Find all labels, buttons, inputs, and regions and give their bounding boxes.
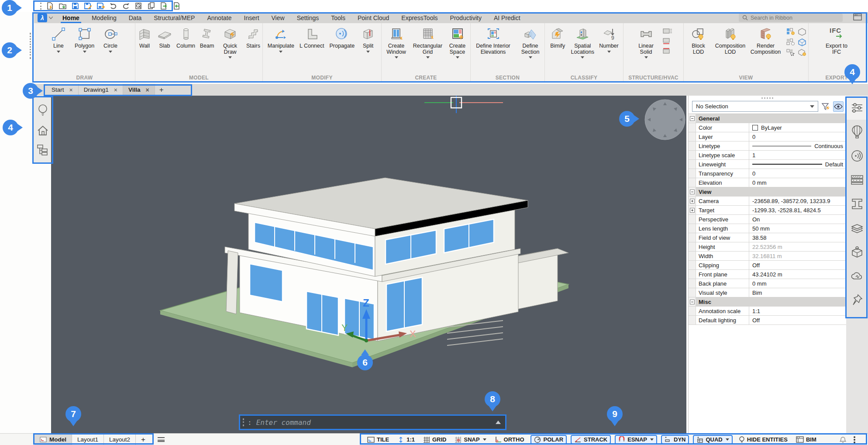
beam-button[interactable]: Beam [198,25,216,50]
propagate-button[interactable]: Propagate [329,25,356,50]
status-field-tile[interactable]: TILE [365,436,391,443]
tab-expresstools[interactable]: ExpressTools [395,12,444,23]
dropdown-caret-icon[interactable] [83,51,86,55]
filter-icon[interactable] [820,101,831,112]
import-icon[interactable] [172,2,181,10]
define-section-button[interactable]: Define Section [517,25,544,61]
plot-icon[interactable] [134,2,143,10]
close-tab-icon[interactable]: × [114,86,117,93]
redo-icon[interactable] [121,2,130,10]
close-tab-icon[interactable]: × [145,86,149,93]
drawing-viewport[interactable]: Z X Y [51,96,686,433]
dropdown-caret-icon[interactable] [426,56,430,60]
tab-settings[interactable]: Settings [291,12,325,23]
compositions-panel-button[interactable] [846,168,868,192]
eye-icon[interactable] [833,101,844,112]
toolbar-drag-handle[interactable] [40,3,41,10]
doc-tab-start[interactable]: Start × [46,84,79,96]
rectangular-grid-button[interactable]: Rectangular Grid [412,25,444,61]
prop-row-transparency[interactable]: Transparency0 [689,169,846,178]
tips-bulb-icon[interactable] [37,104,48,117]
prop-row-perspective[interactable]: PerspectiveOn [689,215,846,224]
command-line-drag-handle[interactable] [243,418,244,426]
line-button[interactable]: Line [49,25,68,55]
export-to-ifc-button[interactable]: IFC Export to IFC [822,25,851,55]
prop-row-elevation[interactable]: Elevation0 mm [689,178,846,187]
prop-row-field-of-view[interactable]: Field of view38.58 [689,233,846,242]
ribbon-panel-toggle-icon[interactable] [853,13,862,21]
composition-lod-button[interactable]: Composition LOD [713,25,748,55]
solid-bulb-icon[interactable] [798,49,806,57]
status-field-bim[interactable]: BIM [794,436,819,443]
tab-insert[interactable]: Insert [238,12,265,23]
tab-home[interactable]: Home [56,12,86,23]
tab-productivity[interactable]: Productivity [444,12,488,23]
status-field-ortho[interactable]: ORTHO [493,436,527,443]
solid-blue-icon[interactable] [798,38,806,46]
add-layout-button[interactable]: + [136,434,151,445]
status-menu-kebab-icon[interactable] [854,439,855,441]
doc-tab-drawing1[interactable]: Drawing1 × [79,84,123,96]
quick-draw-button[interactable]: Quick Draw [218,25,242,61]
close-tab-icon[interactable]: × [69,86,73,93]
dropdown-caret-icon[interactable] [109,51,112,55]
number-button[interactable]: 9 Number [598,25,619,55]
prop-row-linetype-scale[interactable]: Linetype scale1 [689,151,846,160]
components-panel-button[interactable] [846,240,868,264]
save-all-icon[interactable] [96,2,105,10]
status-field-dyn[interactable]: DYN [661,435,689,444]
bricscad-logo[interactable]: λ [38,14,47,22]
new-tab-button[interactable]: + [155,84,168,96]
model-tab[interactable]: Model [34,434,72,445]
dropdown-caret-icon[interactable] [644,56,648,60]
properties-panel-button[interactable] [846,96,868,120]
tab-view[interactable]: View [265,12,291,23]
status-field-snap[interactable]: SNAP [452,436,488,444]
chevron-down-icon[interactable] [726,438,729,442]
open-file-icon[interactable] [58,2,67,10]
new-drawing-icon[interactable] [45,2,54,10]
bimify-button[interactable]: Bimify [548,25,567,50]
selection-dropdown[interactable]: No Selection [692,101,818,112]
doc-tab-villa[interactable]: Villa × [123,84,155,96]
flip-profile-icon[interactable] [663,38,672,45]
prop-row-annotation-scale[interactable]: Annotation scale1:1 [689,307,846,316]
linear-solid-button[interactable]: Linear Solid [633,25,659,61]
dropdown-caret-icon[interactable] [395,56,398,60]
export-icon[interactable] [159,2,168,10]
ribbon-search-input[interactable]: Search in Ribbon [739,14,843,22]
status-field-quad[interactable]: QUAD [693,435,732,445]
command-input[interactable]: Enter command [256,418,496,427]
tab-annotate[interactable]: Annotate [201,12,238,23]
command-line[interactable]: : Enter command [239,414,506,430]
lod-blocks-off-icon[interactable] [786,38,795,46]
status-field-strack[interactable]: STRACK [571,435,611,444]
tab-data[interactable]: Data [123,12,148,23]
prop-row-camera[interactable]: Camera-23658.89, -38572.09, 13233.9 [689,197,846,206]
prop-row-lineweight[interactable]: LineweightDefault [689,160,846,169]
profiles-panel-button[interactable] [846,192,868,216]
tab-tools[interactable]: Tools [325,12,351,23]
prop-row-visual-style[interactable]: Visual styleBim [689,288,846,297]
dropdown-caret-icon[interactable] [57,51,60,55]
layout2-tab[interactable]: Layout2 [104,434,136,445]
logo-chevron-icon[interactable] [49,17,53,19]
dropdown-caret-icon[interactable] [581,56,584,60]
notifications-bell-icon[interactable] [840,436,846,443]
prop-row-layer[interactable]: Layer0 [689,132,846,141]
prop-row-linetype[interactable]: LinetypeContinuous [689,141,846,151]
collapse-section-toggle[interactable] [689,187,696,196]
layout1-tab[interactable]: Layout1 [72,434,104,445]
tab-structural-mep[interactable]: Structural/MEP [148,12,201,23]
panel-drag-handle[interactable] [689,96,846,100]
copy-icon[interactable] [147,2,155,10]
create-space-button[interactable]: Create Space [445,25,470,61]
circle-button[interactable]: Circle [101,25,120,55]
status-field-annotation-scale[interactable]: 1:1 [395,436,417,444]
manipulate-button[interactable]: Manipulate [267,25,295,55]
render-materials-button[interactable] [846,120,868,144]
l-connect-button[interactable]: L Connect [299,25,325,50]
undo-icon[interactable] [109,2,117,10]
expand-row-toggle[interactable] [689,206,696,214]
column-button[interactable]: Column [176,25,196,50]
